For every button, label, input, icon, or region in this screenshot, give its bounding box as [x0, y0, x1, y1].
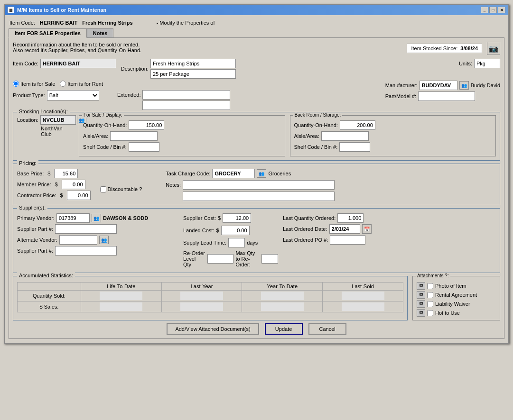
backroom-shelf-input[interactable] [339, 142, 370, 152]
item-code-input[interactable] [40, 59, 116, 68]
primary-vendor-id-input[interactable] [56, 213, 90, 223]
landed-cost-input[interactable] [221, 226, 250, 235]
last-po-input[interactable] [330, 235, 365, 245]
photo-checkbox[interactable] [427, 283, 433, 289]
item-header: Item Code: HERRING BAIT Fresh Herring St… [9, 18, 504, 28]
extended-input1[interactable] [142, 90, 230, 100]
camera-icon-button[interactable]: 📷 [487, 42, 500, 55]
discountable-checkbox[interactable] [100, 186, 106, 192]
table-row: Quantity Sold: [18, 291, 403, 301]
liability-icon[interactable]: 🖼 [417, 300, 425, 308]
task-charge-search-icon[interactable]: 👥 [257, 169, 266, 178]
stats-ltd-header: Life-To-Date [81, 283, 161, 291]
notes-input1[interactable] [183, 180, 335, 190]
photo-icon[interactable]: 🖼 [417, 282, 425, 290]
statistics-section: Accumulated Statistics: Life-To-Date Las… [13, 276, 408, 320]
contractor-price-label: Contractor Price: [17, 192, 56, 198]
rent-radio[interactable] [60, 81, 66, 87]
stocking-legend: Stocking Location(s): [17, 109, 70, 114]
primary-vendor-search-icon[interactable]: 👥 [92, 214, 101, 222]
hot-to-use-icon[interactable]: 🖼 [417, 309, 425, 317]
description-input2[interactable] [150, 69, 236, 79]
main-panel: Record information about the Item to be … [9, 37, 504, 339]
record-info-line1: Record information about the Item to be … [13, 42, 141, 47]
suppliers-legend: Supplier(s): [17, 205, 47, 210]
last-qty-input[interactable] [337, 213, 364, 223]
backroom-shelf-label: Shelf Code / Bin #: [294, 144, 338, 150]
base-price-dollar: $ [46, 171, 52, 176]
last-ordered-input[interactable] [329, 224, 360, 234]
member-price-input[interactable] [62, 180, 85, 189]
maximize-button[interactable]: □ [489, 7, 497, 13]
table-row: $ Sales: [18, 301, 403, 312]
cancel-button[interactable]: Cancel [308, 323, 346, 335]
calendar-button[interactable]: 📅 [362, 224, 372, 234]
minimize-button[interactable]: _ [481, 7, 488, 13]
qty-ls-input[interactable] [342, 292, 384, 300]
base-price-input[interactable] [54, 169, 78, 178]
rental-item: 🖼 Rental Agreement [417, 291, 496, 299]
backroom-qty-input[interactable] [340, 120, 375, 130]
rental-checkbox[interactable] [427, 292, 433, 298]
backroom-aisle-input[interactable] [321, 131, 369, 141]
sales-ltd-input[interactable] [100, 302, 142, 311]
tab-notes[interactable]: Notes [87, 28, 114, 38]
liability-checkbox[interactable] [427, 301, 433, 307]
rent-radio-label[interactable]: Item is for Rent [60, 81, 103, 87]
description-label: Description: [121, 66, 149, 72]
qty-on-hand-input[interactable] [129, 120, 164, 130]
alt-vendor-search-icon[interactable]: 👥 [99, 236, 109, 244]
qty-ly-input[interactable] [180, 292, 223, 300]
modify-label: - Modify the Properties of [157, 20, 215, 26]
item-desc-header: Fresh Herring Strips [82, 20, 132, 26]
alt-vendor-label: Alternate Vendor: [17, 237, 57, 243]
primary-vendor-name: DAWSON & SODD [103, 215, 148, 221]
sale-radio-label[interactable]: Item is for Sale [13, 81, 55, 87]
aisle-input[interactable] [110, 131, 158, 141]
sale-radio[interactable] [13, 81, 19, 87]
notes-input2[interactable] [183, 192, 335, 201]
max-qty-input[interactable] [261, 254, 278, 264]
base-price-label: Base Price: [17, 171, 44, 176]
reorder-input[interactable] [207, 254, 233, 264]
part-model-input[interactable] [418, 91, 475, 101]
sales-ly-input[interactable] [180, 302, 223, 311]
supply-lead-input[interactable] [228, 238, 245, 247]
supplier-cost-input[interactable] [223, 213, 251, 223]
discountable-label[interactable]: Discountable ? [100, 186, 142, 192]
alt-part-input[interactable] [55, 246, 117, 256]
sales-ytd-input[interactable] [261, 302, 304, 311]
notes-label: Notes: [166, 182, 181, 188]
qty-ytd-input[interactable] [261, 292, 304, 300]
attachments-section: Attachments ?: 🖼 Photo of Item 🖼 Rental … [412, 276, 500, 320]
extended-input2[interactable] [142, 100, 230, 110]
manufacturer-input[interactable] [420, 81, 457, 90]
task-charge-input[interactable] [212, 169, 255, 178]
add-view-button[interactable]: Add/View Attached Document(s) [167, 323, 259, 335]
alt-vendor-input[interactable] [59, 235, 97, 245]
product-type-label: Product Type: [13, 92, 45, 98]
rental-icon[interactable]: 🖼 [417, 291, 425, 299]
sales-ls-input[interactable] [342, 302, 384, 311]
supplier-part-input[interactable] [55, 224, 117, 234]
qty-ltd-input[interactable] [100, 292, 142, 300]
stats-ly-header: Last-Year [161, 283, 242, 291]
primary-vendor-label: Primary Vendor: [17, 215, 55, 221]
manufacturer-search-icon[interactable]: 👥 [459, 81, 469, 90]
item-code-header-label: Item Code: [9, 20, 35, 26]
hot-checkbox[interactable] [427, 310, 433, 316]
close-button[interactable]: ✕ [498, 7, 505, 13]
backroom-legend: Back Room / Storage: [293, 112, 343, 118]
description-input1[interactable] [150, 59, 236, 68]
location-input[interactable] [40, 115, 76, 125]
units-input[interactable] [474, 59, 500, 68]
update-button[interactable]: Update [265, 323, 303, 335]
tab-sale-properties[interactable]: Item FOR SALE Properties [9, 28, 87, 38]
aisle-label: Aisle/Area: [83, 133, 108, 139]
contractor-price-input[interactable] [67, 191, 91, 200]
stats-empty-header [18, 283, 81, 291]
supplier-cost-label: Supplier Cost: [183, 215, 216, 221]
shelf-input[interactable] [129, 142, 159, 152]
product-type-select[interactable]: Bait [47, 90, 99, 100]
stocking-section: Stocking Location(s): Location: 👥 Nort [13, 112, 500, 161]
